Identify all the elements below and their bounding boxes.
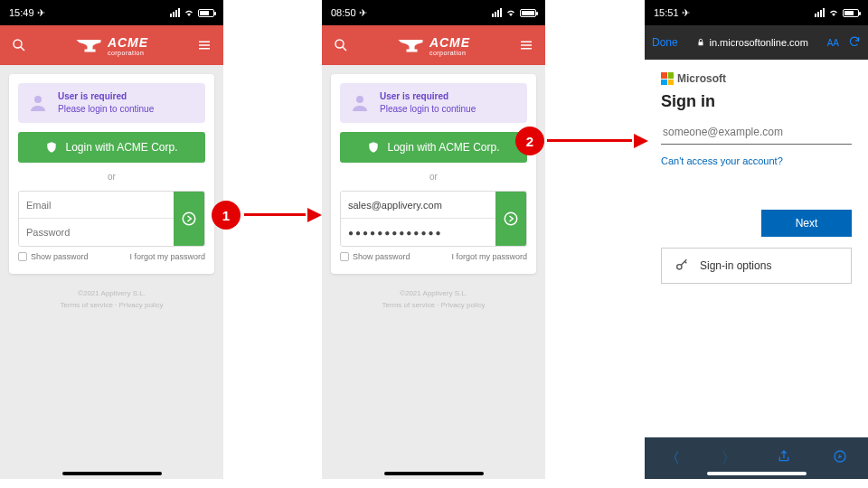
browser-navbar: Done in.microsoftonline.com AA	[645, 25, 868, 60]
status-indicators	[492, 7, 536, 18]
shield-icon	[45, 141, 58, 154]
svg-line-1	[21, 47, 24, 51]
status-indicators	[170, 7, 214, 18]
anvil-icon	[75, 37, 102, 53]
footer-links[interactable]: Terms of service · Privacy policy	[0, 300, 223, 312]
or-divider: or	[18, 172, 205, 182]
show-password-checkbox[interactable]: Show password	[18, 252, 89, 261]
signin-options-label: Sign-in options	[700, 259, 771, 272]
forgot-password-link[interactable]: I forgot my password	[451, 252, 527, 261]
status-time: 15:51 ✈	[654, 7, 690, 19]
show-password-label: Show password	[353, 252, 410, 261]
battery-icon	[843, 9, 859, 17]
battery-icon	[198, 9, 214, 17]
app-header: ACMEcorporation	[0, 25, 223, 65]
show-password-label: Show password	[31, 252, 89, 261]
svg-point-2	[34, 96, 42, 103]
svg-point-7	[505, 212, 517, 225]
svg-point-9	[677, 265, 682, 269]
password-field[interactable]	[19, 219, 174, 246]
status-time: 08:50 ✈	[331, 7, 367, 19]
submit-button[interactable]	[174, 192, 204, 246]
wifi-icon	[505, 7, 516, 18]
brand-subtitle: corporation	[108, 50, 148, 56]
share-icon[interactable]	[777, 449, 791, 467]
footer: ©2021 Applivery S.L. Terms of service · …	[0, 288, 223, 312]
back-icon[interactable]: 〈	[665, 449, 680, 468]
password-field[interactable]	[341, 219, 495, 246]
sso-login-label: Login with ACME Corp.	[65, 141, 177, 154]
alert-text: Please login to continue	[380, 104, 476, 114]
search-icon[interactable]	[331, 35, 351, 55]
url-text: in.microsoftonline.com	[709, 37, 807, 48]
forward-icon[interactable]: 〉	[722, 449, 736, 468]
svg-point-6	[356, 96, 363, 103]
submit-button[interactable]	[495, 192, 526, 246]
svg-rect-8	[699, 42, 703, 45]
sso-login-label: Login with ACME Corp.	[387, 141, 499, 154]
svg-line-5	[343, 47, 346, 51]
or-divider: or	[340, 172, 527, 182]
cant-access-link[interactable]: Can't access your account?	[661, 155, 852, 166]
brand-name: ACME	[429, 35, 470, 50]
phone-screen-2: 08:50 ✈ ACMEcorporation User is required…	[322, 0, 545, 479]
home-indicator	[384, 472, 484, 475]
svg-point-4	[335, 40, 344, 48]
menu-icon[interactable]	[194, 35, 214, 55]
microsoft-signin-page: Microsoft Sign in Can't access your acco…	[645, 60, 868, 412]
svg-point-3	[183, 212, 195, 225]
login-card: User is requiredPlease login to continue…	[9, 74, 214, 274]
next-button[interactable]: Next	[761, 210, 852, 237]
show-password-checkbox[interactable]: Show password	[340, 252, 410, 261]
wifi-icon	[828, 7, 839, 18]
arrow-right-circle-icon	[181, 211, 197, 227]
home-indicator	[62, 472, 162, 475]
phone-screen-1: 15:49 ✈ ACMEcorporation User is required…	[0, 0, 223, 479]
home-indicator	[707, 472, 807, 475]
credential-fields	[340, 191, 527, 247]
signin-options-button[interactable]: Sign-in options	[661, 248, 852, 284]
alert-text: Please login to continue	[58, 104, 154, 114]
login-alert: User is requiredPlease login to continue	[18, 83, 205, 123]
login-alert: User is requiredPlease login to continue	[340, 83, 527, 123]
email-field[interactable]	[341, 192, 495, 219]
done-button[interactable]: Done	[652, 36, 678, 49]
text-size-button[interactable]: AA	[827, 38, 839, 48]
shield-icon	[367, 141, 380, 154]
email-input[interactable]	[661, 120, 852, 145]
user-icon	[27, 92, 49, 114]
app-header: ACMEcorporation	[322, 25, 545, 65]
lock-icon	[696, 38, 705, 47]
alert-title: User is required	[58, 90, 154, 103]
cellular-icon	[170, 8, 180, 17]
microsoft-label: Microsoft	[677, 72, 726, 85]
sso-login-button[interactable]: Login with ACME Corp.	[18, 132, 205, 163]
annotation-badge-1: 1	[212, 201, 241, 230]
arrow-right-circle-icon	[503, 211, 519, 227]
menu-icon[interactable]	[516, 35, 536, 55]
compass-icon[interactable]	[833, 449, 847, 467]
microsoft-logo: Microsoft	[661, 72, 852, 85]
brand-subtitle: corporation	[429, 50, 470, 56]
refresh-icon[interactable]	[848, 35, 861, 51]
phone-screen-3: 15:51 ✈ Done in.microsoftonline.com AA M…	[645, 0, 868, 479]
status-time: 15:49 ✈	[9, 7, 45, 19]
anvil-icon	[397, 37, 424, 53]
status-indicators	[815, 7, 859, 18]
alert-title: User is required	[380, 90, 476, 103]
wifi-icon	[184, 7, 194, 18]
brand-name: ACME	[108, 35, 148, 50]
cellular-icon	[815, 8, 825, 17]
status-bar: 15:51 ✈	[645, 0, 868, 25]
forgot-password-link[interactable]: I forgot my password	[129, 252, 205, 261]
credential-fields	[18, 191, 205, 247]
user-icon	[349, 92, 371, 114]
battery-icon	[520, 9, 536, 17]
status-bar: 08:50 ✈	[322, 0, 545, 25]
email-field[interactable]	[19, 192, 174, 219]
footer-links[interactable]: Terms of service · Privacy policy	[322, 300, 545, 312]
footer-copyright: ©2021 Applivery S.L.	[0, 288, 223, 300]
footer-copyright: ©2021 Applivery S.L.	[322, 288, 545, 300]
sso-login-button[interactable]: Login with ACME Corp.	[340, 132, 527, 163]
search-icon[interactable]	[9, 35, 29, 55]
